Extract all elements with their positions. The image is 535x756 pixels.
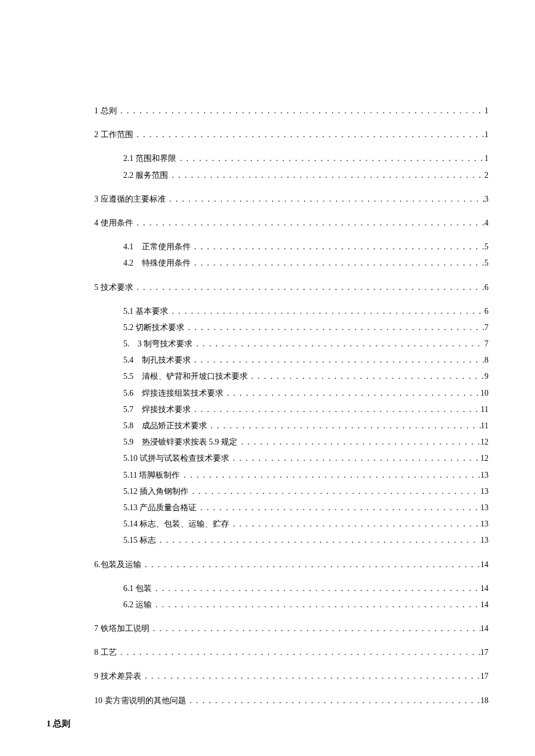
toc-leader-dots (167, 192, 484, 206)
toc-entry: 5.13 产品质量合格证 13 (47, 500, 488, 515)
toc-leader-dots (182, 468, 480, 482)
toc-entry: 5.2 切断技术要求 7 (47, 320, 488, 335)
toc-label: 5.9 热浸镀锌要求按表 5.9 规定 (123, 435, 240, 449)
toc-label: 5.14 标志、包装、运输、贮存 (123, 517, 231, 531)
toc-label: 5. 3 制弯技术要求 (123, 336, 195, 351)
toc-label: 1 总则 (94, 103, 119, 118)
toc-label: 3 应遵循的主要标准 (94, 192, 167, 206)
toc-leader-dots (225, 386, 480, 400)
toc-page-number: 1 (484, 103, 488, 118)
toc-page-number: 18 (480, 693, 488, 708)
toc-page-number: 7 (484, 320, 488, 335)
toc-page-number: 8 (484, 353, 488, 367)
toc-label: 7 铁塔加工说明 (94, 621, 151, 636)
toc-label: 5.1 基本要求 (123, 304, 170, 318)
toc-entry: 5.10 试拼与试装检查技术要求 12 (47, 451, 488, 465)
toc-leader-dots (135, 216, 484, 230)
toc-label: 10 卖方需说明的其他问题 (94, 693, 188, 708)
toc-leader-dots (199, 500, 481, 515)
toc-entry: 5.12 插入角钢制作 13 (47, 484, 488, 499)
toc-leader-dots (192, 353, 484, 367)
toc-label: 2.2 服务范围 (123, 168, 170, 182)
toc-entry: 5.6 焊接连接组装技术要求 10 (47, 386, 488, 400)
toc-leader-dots (135, 280, 484, 295)
toc-entry: 10 卖方需说明的其他问题 18 (47, 693, 488, 708)
toc-entry: 4.1 正常使用条件 5 (47, 239, 488, 254)
toc-label: 5.6 焊接连接组装技术要求 (123, 386, 225, 400)
toc-page-number: 6 (484, 280, 488, 295)
toc-entry: 1 总则 1 (47, 103, 488, 118)
toc-leader-dots (209, 418, 481, 433)
toc-page-number: 12 (480, 451, 488, 465)
toc-entry: 5.14 标志、包装、运输、贮存 13 (47, 517, 488, 531)
toc-leader-dots (231, 517, 481, 531)
toc-leader-dots (192, 256, 484, 270)
toc-label: 5.11 塔脚板制作 (123, 468, 182, 482)
toc-leader-dots (192, 239, 484, 254)
toc-label: 4.1 正常使用条件 (123, 239, 192, 254)
toc-page-number: 1 (484, 127, 488, 142)
toc-page-number: 5 (484, 239, 488, 254)
toc-leader-dots (154, 597, 481, 612)
toc-page-number: 10 (480, 386, 488, 400)
toc-leader-dots (191, 484, 481, 499)
toc-page-number: 14 (480, 597, 488, 612)
toc-page-number: 9 (484, 369, 488, 384)
toc-entry: 6.包装及运输 14 (47, 557, 488, 572)
toc-page-number: 4 (484, 216, 488, 230)
toc-leader-dots (135, 127, 484, 142)
toc-leader-dots (158, 533, 481, 547)
toc-page-number: 13 (480, 500, 488, 515)
toc-leader-dots (179, 151, 485, 166)
toc-leader-dots (249, 369, 484, 384)
toc-page-number: 12 (480, 435, 488, 449)
toc-leader-dots (240, 435, 481, 449)
toc-label: 2 工作范围 (94, 127, 135, 142)
toc-leader-dots (192, 402, 481, 417)
toc-label: 5.4 制孔技术要求 (123, 353, 192, 367)
toc-page-number: 11 (481, 418, 488, 433)
toc-page-number: 2 (484, 168, 488, 182)
toc-page-number: 17 (480, 645, 488, 660)
toc-entry: 2.2 服务范围 2 (47, 168, 488, 182)
toc-entry: 9 技术差异表 17 (47, 669, 488, 683)
toc-label: 5.2 切断技术要求 (123, 320, 187, 335)
toc-entry: 5 技术要求 6 (47, 280, 488, 295)
toc-label: 4.2 特殊使用条件 (123, 256, 192, 270)
toc-label: 6.1 包装 (123, 581, 154, 596)
toc-page-number: 1 (484, 151, 488, 166)
section-heading-1: 1 总则 (47, 716, 488, 731)
toc-label: 5.13 产品质量合格证 (123, 500, 199, 515)
toc-leader-dots (187, 320, 485, 335)
toc-page-number: 5 (484, 256, 488, 270)
toc-label: 9 技术差异表 (94, 669, 143, 683)
toc-leader-dots (143, 557, 480, 572)
toc-leader-dots (151, 621, 480, 636)
toc-entry: 2.1 范围和界限 1 (47, 151, 488, 166)
toc-entry: 4 使用条件 4 (47, 216, 488, 230)
toc-entry: 4.2 特殊使用条件 5 (47, 256, 488, 270)
toc-entry: 2 工作范围 1 (47, 127, 488, 142)
toc-entry: 3 应遵循的主要标准 3 (47, 192, 488, 206)
toc-label: 8 工艺 (94, 645, 119, 660)
toc-label: 6.2 运输 (123, 597, 154, 612)
toc-entry: 5.15 标志 13 (47, 533, 488, 547)
toc-page-number: 13 (480, 468, 488, 482)
toc-entry: 6.1 包装 14 (47, 581, 488, 596)
toc-page-number: 6 (484, 304, 488, 318)
toc-label: 4 使用条件 (94, 216, 135, 230)
toc-label: 5.8 成品矫正技术要求 (123, 418, 209, 433)
toc-page-number: 14 (480, 621, 488, 636)
toc-entry: 8 工艺 17 (47, 645, 488, 660)
toc-entry: 5.8 成品矫正技术要求 11 (47, 418, 488, 433)
toc-entry: 5.9 热浸镀锌要求按表 5.9 规定 12 (47, 435, 488, 449)
toc-entry: 5.5 清根、铲背和开坡口技术要求 9 (47, 369, 488, 384)
toc-label: 5 技术要求 (94, 280, 135, 295)
toc-leader-dots (143, 669, 480, 683)
table-of-contents: 1 总则 12 工作范围 12.1 范围和界限 12.2 服务范围 23 应遵循… (47, 103, 488, 708)
toc-leader-dots (154, 581, 481, 596)
toc-page-number: 7 (484, 336, 488, 351)
toc-label: 5.12 插入角钢制作 (123, 484, 191, 499)
toc-entry: 5. 3 制弯技术要求 7 (47, 336, 488, 351)
toc-leader-dots (195, 336, 485, 351)
